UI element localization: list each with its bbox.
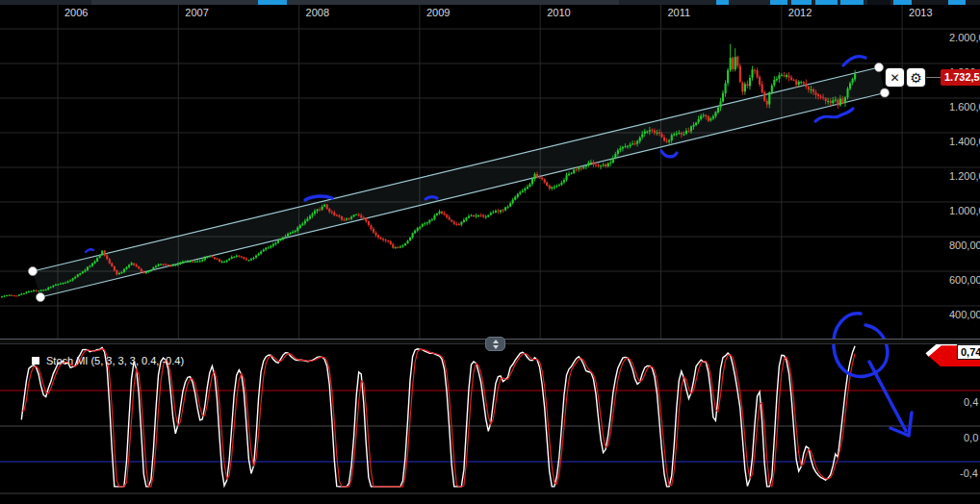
chart-window: 20062007200820092010201120122013 2.000,0… <box>0 0 980 504</box>
channel-handle[interactable] <box>29 267 38 276</box>
gear-icon: ⚙ <box>910 70 922 86</box>
year-label: 2011 <box>668 7 691 18</box>
indicator-label: Stoch MI (5, 3, 3, 3, 0.4, -0.4) <box>46 355 184 366</box>
hand-drawing <box>843 57 865 65</box>
hand-drawing <box>834 314 888 377</box>
year-label: 2007 <box>185 7 208 18</box>
price-axis-label: 2.000,00 <box>949 32 980 43</box>
arrow-down-icon <box>493 345 499 349</box>
indicator-swatch <box>32 357 39 365</box>
signal-line <box>21 349 855 487</box>
year-label: 2008 <box>306 7 329 18</box>
panel-collapse-button[interactable] <box>485 337 505 351</box>
year-label: 2009 <box>426 7 450 18</box>
price-axis-label: 1.400,00 <box>949 136 980 147</box>
indicator-value-box: 0,74 <box>957 344 980 360</box>
channel-handle[interactable] <box>37 293 45 302</box>
year-label: 2013 <box>909 7 932 18</box>
price-axis-label: 800,00 <box>949 239 980 251</box>
indicator-axis-label: 0,4 <box>964 396 978 408</box>
close-icon: ✕ <box>890 71 899 85</box>
hand-drawing <box>869 362 906 431</box>
arrow-up-icon <box>493 340 499 343</box>
price-axis-label: 1.600,00 <box>949 101 980 113</box>
year-label: 2010 <box>547 7 570 18</box>
oscillator-lines <box>21 346 855 487</box>
indicator-legend: Stoch MI (5, 3, 3, 3, 0.4, -0.4) <box>32 355 184 366</box>
channel-settings-button[interactable]: ⚙ <box>907 68 925 87</box>
chart-canvas[interactable] <box>0 0 980 504</box>
price-axis-label: 400,00 <box>949 309 980 320</box>
channel-handle[interactable] <box>875 63 884 72</box>
indicator-axis-label: 0,0 <box>964 432 978 443</box>
price-axis-label: 1.000,00 <box>949 205 980 216</box>
badge-connector-line <box>926 77 941 78</box>
channel-handle[interactable] <box>881 88 890 97</box>
year-label: 2006 <box>64 7 88 18</box>
channel-close-button[interactable]: ✕ <box>886 68 904 87</box>
hand-drawing <box>661 151 677 157</box>
year-label: 2012 <box>788 7 812 18</box>
indicator-axis-label: -0,4 <box>960 467 978 479</box>
hand-drawing <box>86 249 93 252</box>
last-price-badge: 1.732,50 <box>941 69 980 86</box>
price-axis-label: 1.200,00 <box>949 170 980 182</box>
hand-drawing <box>815 109 853 121</box>
price-axis-label: 600,00 <box>949 274 980 286</box>
